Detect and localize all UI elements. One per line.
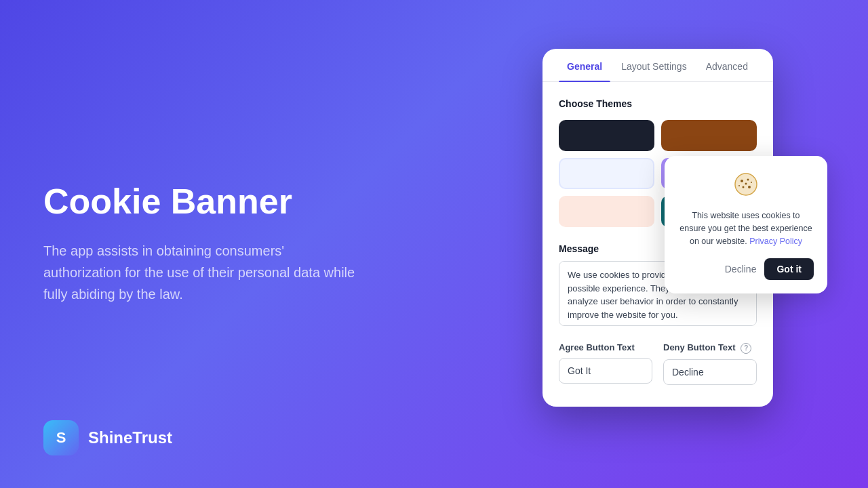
brand-logo: S ShineTrust: [43, 420, 172, 455]
cookie-message: This website uses cookies to ensure you …: [678, 209, 814, 247]
tab-advanced[interactable]: Advanced: [698, 49, 756, 81]
themes-section-title: Choose Themes: [559, 98, 757, 109]
button-fields: Agree Button Text Deny Button Text ?: [559, 342, 757, 385]
agree-button-input[interactable]: [559, 358, 652, 384]
deny-button-field: Deny Button Text ?: [663, 342, 757, 385]
theme-swatch-brown[interactable]: [661, 120, 757, 151]
got-it-button[interactable]: Got it: [764, 258, 814, 280]
cookie-popup: This website uses cookies to ensure you …: [665, 156, 827, 293]
brand-name: ShineTrust: [88, 428, 172, 447]
tab-layout-settings[interactable]: Layout Settings: [613, 49, 695, 81]
svg-point-5: [745, 183, 747, 185]
page-title: Cookie Banner: [43, 182, 355, 221]
svg-point-3: [748, 186, 751, 188]
left-content: Cookie Banner The app assists in obtaini…: [43, 182, 355, 305]
page-description: The app assists in obtaining consumers' …: [43, 241, 355, 306]
cookie-icon: [678, 172, 814, 201]
tab-general[interactable]: General: [559, 49, 610, 81]
theme-swatch-dark[interactable]: [559, 120, 654, 151]
svg-point-2: [747, 179, 749, 181]
agree-button-field: Agree Button Text: [559, 342, 652, 385]
theme-swatch-light-blue[interactable]: [559, 158, 654, 189]
privacy-policy-link[interactable]: Privacy Policy: [749, 237, 802, 246]
svg-point-7: [751, 182, 752, 183]
cookie-buttons: Decline Got it: [678, 258, 814, 280]
deny-button-label: Deny Button Text ?: [663, 342, 757, 354]
theme-swatch-peach[interactable]: [559, 196, 654, 227]
brand-icon-letter: S: [56, 429, 66, 447]
deny-help-icon[interactable]: ?: [741, 343, 751, 354]
svg-point-1: [741, 180, 743, 182]
deny-button-input[interactable]: [663, 359, 757, 385]
agree-button-label: Agree Button Text: [559, 342, 652, 352]
decline-button[interactable]: Decline: [725, 264, 757, 274]
tabs-container: General Layout Settings Advanced: [542, 49, 773, 82]
svg-point-4: [743, 186, 745, 188]
svg-point-6: [738, 185, 740, 186]
brand-icon: S: [43, 420, 79, 455]
